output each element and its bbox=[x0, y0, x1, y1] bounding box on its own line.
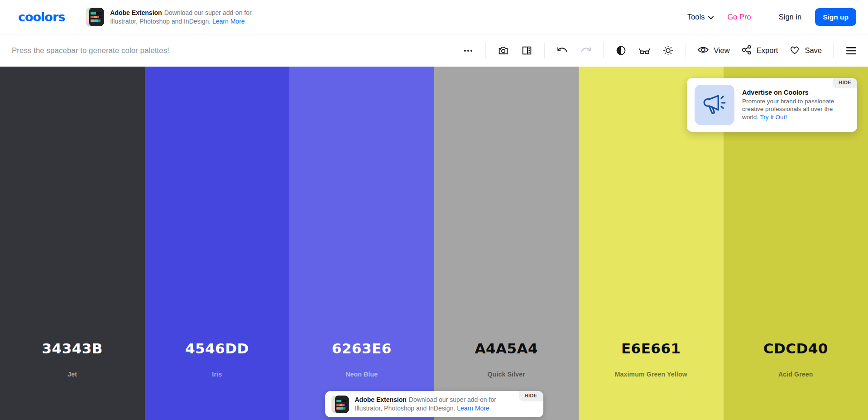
undo-icon bbox=[556, 46, 568, 55]
colorblind-button[interactable] bbox=[638, 44, 651, 57]
advertise-popup: HIDE Advertise on Coolors Promote your b… bbox=[687, 78, 857, 132]
adobe-extension-icon bbox=[86, 8, 104, 26]
toolbar-divider bbox=[485, 43, 486, 58]
ad-icon-box bbox=[695, 85, 734, 125]
color-hex[interactable]: 34343B bbox=[0, 340, 145, 357]
megaphone-icon bbox=[702, 92, 727, 118]
color-hex[interactable]: E6E661 bbox=[579, 340, 724, 357]
redo-icon bbox=[580, 46, 592, 55]
swatch-labels: 34343B Jet bbox=[0, 340, 145, 378]
undo-button[interactable] bbox=[556, 44, 568, 57]
glasses-icon bbox=[638, 45, 651, 56]
go-pro-link[interactable]: Go Pro bbox=[727, 13, 751, 21]
swatch-labels: A4A5A4 Quick Silver bbox=[434, 340, 579, 378]
heart-icon bbox=[789, 45, 800, 57]
color-swatch[interactable]: 6263E6 Neon Blue bbox=[289, 67, 434, 420]
tools-menu[interactable]: Tools bbox=[687, 13, 714, 21]
layout-button[interactable] bbox=[521, 44, 533, 57]
share-nodes-icon bbox=[741, 44, 752, 57]
contrast-icon bbox=[615, 45, 627, 56]
adobe-banner-text: Adobe ExtensionDownload our super add-on… bbox=[355, 396, 523, 413]
tools-label: Tools bbox=[687, 13, 705, 21]
swatch-labels: 6263E6 Neon Blue bbox=[289, 340, 434, 378]
adobe-extension-header-banner: Adobe ExtensionDownload our super add-on… bbox=[86, 8, 270, 26]
sign-in-link[interactable]: Sign in bbox=[779, 13, 801, 21]
eye-icon bbox=[697, 45, 709, 56]
toolbar-icons: View Export Save bbox=[462, 43, 857, 58]
color-name[interactable]: Quick Silver bbox=[434, 371, 579, 378]
header-nav: Tools Go Pro Sign in Sign up bbox=[687, 8, 856, 27]
toolbar-divider bbox=[833, 43, 834, 58]
ad-hide-button[interactable]: HIDE bbox=[833, 78, 857, 88]
adobe-extension-icon bbox=[331, 396, 349, 413]
swatch-labels: E6E661 Maximum Green Yellow bbox=[579, 340, 724, 378]
color-name[interactable]: Neon Blue bbox=[289, 371, 434, 378]
more-options-button[interactable] bbox=[462, 44, 474, 57]
ad-body: Promote your brand to passionate creativ… bbox=[742, 97, 850, 121]
learn-more-link[interactable]: Learn More bbox=[212, 18, 245, 25]
color-name[interactable]: Acid Green bbox=[724, 371, 868, 378]
view-button[interactable]: View bbox=[697, 45, 729, 56]
export-button[interactable]: Export bbox=[741, 44, 778, 57]
color-hex[interactable]: A4A5A4 bbox=[434, 340, 579, 357]
adobe-banner-title: Adobe Extension bbox=[355, 396, 407, 403]
adobe-extension-bottom-banner: HIDE Adobe ExtensionDownload our super a… bbox=[325, 391, 543, 417]
swatch-labels: 4546DD Iris bbox=[145, 340, 290, 378]
ad-title: Advertise on Coolors bbox=[742, 89, 850, 96]
coolors-logo[interactable]: coolors bbox=[18, 10, 65, 24]
spacebar-hint: Press the spacebar to generate color pal… bbox=[12, 46, 462, 55]
toolbar-divider bbox=[603, 43, 604, 58]
luminosity-button[interactable] bbox=[662, 44, 674, 57]
toolbar-divider bbox=[686, 43, 686, 58]
header: coolors Adobe ExtensionDownload our supe… bbox=[0, 0, 868, 34]
menu-button[interactable] bbox=[845, 44, 857, 57]
color-hex[interactable]: 4546DD bbox=[145, 340, 290, 357]
chevron-down-icon bbox=[708, 13, 714, 21]
brightness-icon bbox=[662, 45, 674, 56]
view-label: View bbox=[714, 46, 729, 55]
color-hex[interactable]: 6263E6 bbox=[289, 340, 434, 357]
toolbar: Press the spacebar to generate color pal… bbox=[0, 34, 868, 67]
adobe-banner-text: Adobe ExtensionDownload our super add-on… bbox=[110, 9, 270, 26]
swatch-labels: CDCD40 Acid Green bbox=[724, 340, 868, 378]
color-hex[interactable]: CDCD40 bbox=[724, 340, 868, 357]
menu-icon bbox=[846, 47, 857, 55]
more-icon bbox=[464, 49, 473, 52]
export-label: Export bbox=[757, 46, 778, 55]
learn-more-link[interactable]: Learn More bbox=[457, 405, 489, 412]
save-label: Save bbox=[805, 46, 822, 55]
try-it-out-link[interactable]: Try It Out! bbox=[760, 114, 787, 121]
ad-text: Advertise on Coolors Promote your brand … bbox=[742, 89, 850, 121]
color-swatch[interactable]: 4546DD Iris bbox=[145, 67, 290, 420]
color-swatch[interactable]: 34343B Jet bbox=[0, 67, 145, 420]
layout-icon bbox=[521, 45, 532, 56]
sign-up-button[interactable]: Sign up bbox=[815, 8, 856, 26]
ad-body-text: Promote your brand to passionate creativ… bbox=[742, 98, 834, 121]
banner-hide-button[interactable]: HIDE bbox=[519, 391, 543, 401]
toolbar-divider bbox=[544, 43, 545, 58]
color-swatch[interactable]: A4A5A4 Quick Silver bbox=[434, 67, 579, 420]
contrast-button[interactable] bbox=[615, 44, 627, 57]
color-name[interactable]: Maximum Green Yellow bbox=[579, 371, 724, 378]
color-name[interactable]: Jet bbox=[0, 371, 145, 378]
color-name[interactable]: Iris bbox=[145, 371, 290, 378]
camera-button[interactable] bbox=[497, 44, 509, 57]
camera-icon bbox=[498, 45, 509, 56]
redo-button[interactable] bbox=[580, 44, 592, 57]
save-button[interactable]: Save bbox=[789, 45, 822, 57]
adobe-banner-title: Adobe Extension bbox=[110, 9, 162, 16]
header-divider bbox=[765, 8, 765, 27]
